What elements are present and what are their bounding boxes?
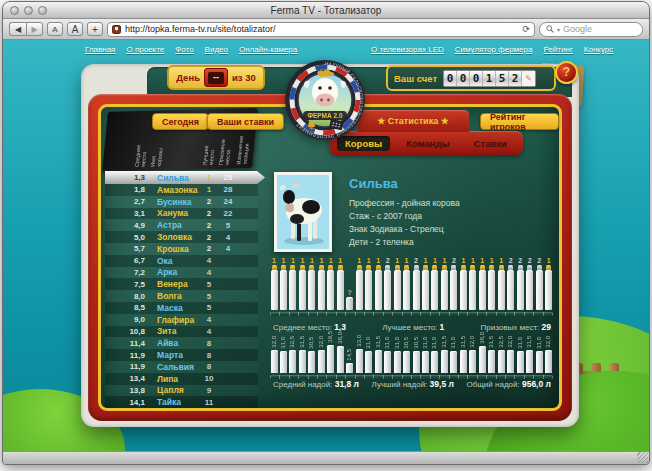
search-engine-caret-icon[interactable]: ▾ (557, 26, 560, 33)
avg-place-cell: 13,8 (105, 386, 145, 395)
bottle-place-label: 1 (272, 256, 276, 265)
place-stat: Призовых мест: 29 (481, 322, 551, 332)
cow-name-cell: Ханума (157, 208, 201, 218)
bottle-place-label: 1 (300, 256, 304, 265)
cow-name-cell: Волга (157, 291, 201, 301)
column-header: Среднее место (134, 139, 149, 167)
table-row[interactable]: 2,7Бусинка224 (105, 196, 258, 208)
milk-bar (517, 351, 524, 373)
bottle-column: 1 (393, 256, 401, 310)
milk-bar (431, 351, 438, 373)
table-row[interactable]: 10,8Зита4 (105, 326, 258, 338)
nav-link[interactable]: Онлайн-камера (239, 45, 297, 54)
day-label: День (176, 72, 200, 83)
table-row[interactable]: 3,1Ханума222 (105, 208, 258, 220)
nav-link[interactable]: Видео (205, 45, 228, 54)
url-text[interactable]: http://topka.ferma-tv.ru/site/totalizato… (125, 24, 518, 34)
milk-bar-column: 32,0 (545, 337, 553, 373)
table-row[interactable]: 14,1Тайка11 (105, 396, 258, 408)
nav-link[interactable]: Рейтинг (543, 45, 572, 54)
forward-button[interactable]: ▶ (26, 22, 43, 36)
table-row[interactable]: 11,9Сальвия8 (105, 361, 258, 373)
table-row[interactable]: 13,4Липа10 (105, 373, 258, 385)
reload-icon[interactable]: ⟳ (522, 24, 530, 34)
table-row[interactable]: 8,5Маска5 (105, 302, 258, 314)
bottle-place-label: 1 (376, 256, 380, 265)
table-row[interactable]: 6,7Ока4 (105, 255, 258, 267)
avg-place-cell: 9,0 (105, 315, 145, 324)
milk-bottle (488, 270, 495, 310)
table-row[interactable]: 5,0Золовка24 (105, 231, 258, 243)
table-row[interactable]: 9,0Глафира4 (105, 314, 258, 326)
prize-places-cell: 29 (217, 173, 239, 182)
subtab-bets[interactable]: Ставки (466, 136, 515, 151)
milk-bar-value-label: 31,5 (299, 336, 305, 348)
bottle-place-label: 2 (386, 256, 390, 265)
table-row[interactable]: 7,2Арка4 (105, 267, 258, 279)
search-input[interactable]: ▾ Google (539, 22, 643, 37)
best-place-cell: 4 (201, 256, 217, 265)
milk-chart-bars: 32,031,032,531,530,532,039,538,014,533,0… (270, 337, 553, 373)
place-stat-value: 29 (542, 322, 551, 332)
cow-photo (274, 172, 332, 252)
best-place-cell: 4 (201, 327, 217, 336)
nav-link[interactable]: О телевизорах LED (371, 45, 444, 54)
best-place-cell: 8 (201, 351, 217, 360)
tab-statistics[interactable]: ★ Статистика ★ (357, 110, 469, 132)
avg-place-cell: 14,1 (105, 398, 145, 407)
resize-grip[interactable] (637, 452, 648, 463)
font-smaller-button[interactable]: A (47, 22, 63, 36)
milk-bottle (346, 297, 353, 310)
table-row[interactable]: 4,9Астра25 (105, 219, 258, 231)
help-button[interactable]: ? (555, 61, 578, 84)
milk-bar-column: 38,0 (478, 337, 486, 373)
milk-bar-value-label: 31,5 (526, 336, 532, 348)
table-row[interactable]: 7,5Венера5 (105, 278, 258, 290)
subtab-teams[interactable]: Команды (398, 136, 458, 151)
bottle-column: 2 (384, 256, 392, 310)
tab-your-bets[interactable]: Ваши ставки (207, 113, 284, 130)
bottle-column: 2 (450, 256, 458, 310)
table-row[interactable]: 5,7Крошка24 (105, 243, 258, 255)
search-icon (546, 25, 554, 33)
table-row[interactable]: 1,8Амазонка128 (105, 184, 258, 196)
cow-name-cell: Тайка (157, 397, 201, 407)
font-larger-button[interactable]: A (67, 22, 83, 36)
nav-link[interactable]: Главная (85, 45, 115, 54)
table-row[interactable]: 1,3Сильва129 (105, 171, 265, 184)
edit-score-pencil-icon[interactable]: ✎ (522, 71, 535, 86)
bottle-column: 1 (497, 256, 505, 310)
nav-link[interactable]: Фото (175, 45, 193, 54)
milk-bar-column: 31,5 (488, 337, 496, 373)
site-favicon-icon (112, 25, 121, 34)
table-row[interactable]: 13,8Цапля9 (105, 385, 258, 397)
milk-stats: Средний надой: 31,8 лЛучший надой: 39,5 … (273, 379, 551, 389)
address-bar[interactable]: http://topka.ferma-tv.ru/site/totalizato… (107, 22, 535, 37)
tab-today[interactable]: Сегодня (152, 113, 209, 130)
nav-link[interactable]: Симулятор фермера (455, 45, 533, 54)
tab-player-rating[interactable]: Рейтинг игроков (480, 113, 559, 130)
bottle-place-label: 2 (509, 256, 513, 265)
table-row[interactable]: 11,9Марта8 (105, 349, 258, 361)
nav-link[interactable]: Конкурс (584, 45, 613, 54)
bottle-column: 2 (412, 256, 420, 310)
milk-bar (526, 350, 533, 373)
add-bookmark-button[interactable]: + (87, 22, 103, 36)
milk-bar (479, 346, 486, 373)
place-stat: Лучшее место: 1 (382, 322, 444, 332)
back-button[interactable]: ◀ (9, 22, 26, 36)
nav-link[interactable]: О проекте (126, 45, 164, 54)
milk-bar-column: 31,0 (516, 337, 524, 373)
table-row[interactable]: 11,4Айва8 (105, 337, 258, 349)
milk-bar-value-label: 31,0 (394, 337, 400, 349)
cow-name-cell: Айва (157, 338, 201, 348)
best-place-cell: 9 (201, 386, 217, 395)
score-digit: 1 (483, 71, 496, 86)
cow-name-cell: Крошка (157, 244, 201, 254)
milk-bar (460, 350, 467, 373)
cow-info-line: Дети - 2 теленка (349, 236, 460, 249)
table-row[interactable]: 8,0Волга5 (105, 290, 258, 302)
milk-bar-value-label: 31,5 (460, 336, 466, 348)
milk-bottle (337, 270, 344, 310)
score-digit: 0 (470, 71, 483, 86)
